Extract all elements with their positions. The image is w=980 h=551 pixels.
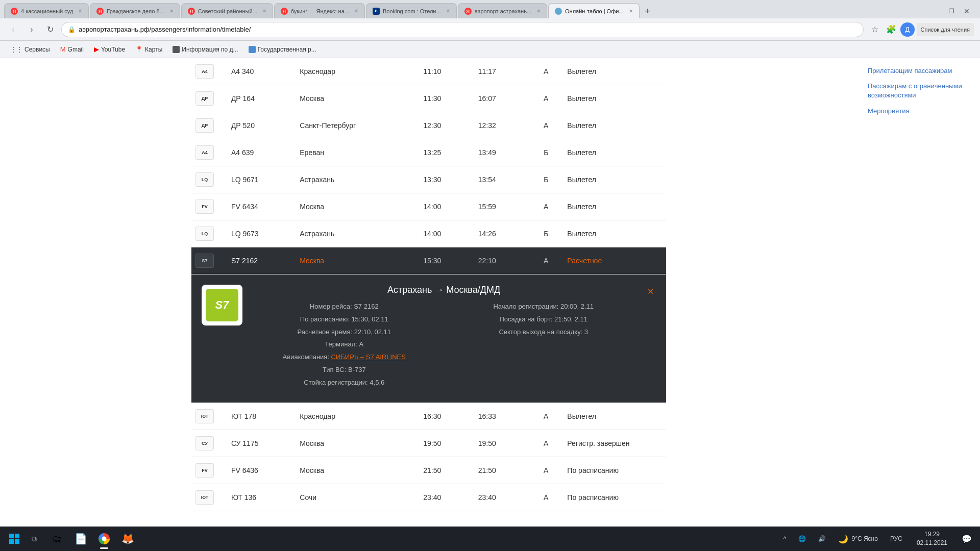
- destination-cell: Ереван: [296, 139, 419, 166]
- systray-chevron[interactable]: ^: [779, 535, 791, 542]
- chrome-icon: [99, 533, 110, 544]
- back-button[interactable]: ‹: [6, 22, 20, 37]
- bookmark-servisy[interactable]: ⋮⋮ Сервисы: [6, 44, 54, 55]
- tab-kassacionny[interactable]: Я 4 кассационный суд ✕: [4, 3, 89, 18]
- scheduled-time-cell: 14:00: [419, 220, 474, 247]
- actual-time-cell: 13:54: [474, 166, 529, 193]
- minimize-button[interactable]: —: [929, 4, 943, 18]
- tab-close-4[interactable]: ✕: [354, 8, 358, 14]
- sidebar-link-disabled[interactable]: Пассажирам с ограниченными возможностями: [868, 82, 970, 100]
- browser-frame: Я 4 кассационный суд ✕ Я Гражданское дел…: [0, 0, 980, 551]
- scheduled-time-cell: 13:30: [419, 166, 474, 193]
- airline-logo: S7: [195, 254, 214, 268]
- airline-link[interactable]: СИБИРЬ – S7 AIRLINES: [331, 353, 406, 361]
- tab-online-board[interactable]: Онлайн-табло | Офи... ✕: [548, 3, 639, 18]
- new-tab-button[interactable]: +: [641, 4, 655, 18]
- language-indicator[interactable]: РУС: [886, 535, 906, 542]
- scheduled-info: По расписанию: 15:30, 02.11: [255, 314, 434, 325]
- tab-grazhdanskoe[interactable]: Я Гражданское дело 8... ✕: [90, 3, 180, 18]
- lock-icon: 🔒: [68, 26, 76, 33]
- tab-buking[interactable]: Я букинг — Яндекс: на... ✕: [274, 3, 365, 18]
- terminal-info: Терминал: А: [255, 339, 434, 350]
- scheduled-time-cell: 12:30: [419, 112, 474, 139]
- taskbar-pinned: 🗂 📄 🦊: [44, 528, 141, 550]
- tab-booking[interactable]: B Booking.com : Отели... ✕: [366, 3, 457, 18]
- systray-network[interactable]: 🌐: [794, 535, 810, 542]
- flight-row-6[interactable]: LQ LQ 9673 Астрахань 14:00 14:26 Б Вылет…: [191, 220, 666, 247]
- flight-row-7[interactable]: S7 S7 2162 Москва 15:30 22:10 А Расчетно…: [191, 247, 666, 274]
- status-cell: Вылетел: [563, 58, 666, 85]
- bookmark-state[interactable]: Государственная р...: [244, 44, 321, 55]
- tab-sovetsky[interactable]: Я Советский районный... ✕: [181, 3, 273, 18]
- aircraft-info: Тип ВС: B-737: [255, 365, 434, 375]
- notifications-button[interactable]: 💬: [958, 529, 976, 549]
- destination-cell: Астрахань: [296, 220, 419, 247]
- airline-logo: СУ: [195, 436, 214, 450]
- bookmark-youtube[interactable]: ▶ YouTube: [90, 44, 129, 55]
- pinned-office[interactable]: 📄: [69, 528, 92, 550]
- terminal-label: Терминал:: [325, 340, 357, 348]
- flight-row-2[interactable]: ДР ДР 520 Санкт-Петербург 12:30 12:32 А …: [191, 112, 666, 139]
- tab-close-6[interactable]: ✕: [536, 8, 541, 14]
- actual-time-cell: 22:10: [474, 247, 529, 274]
- tab-close-5[interactable]: ✕: [446, 8, 450, 14]
- weather-widget[interactable]: 🌙 9°С Ясно: [834, 534, 881, 544]
- airline-logo: FV: [195, 199, 214, 214]
- restore-button[interactable]: ❐: [944, 4, 959, 18]
- flight-row-1[interactable]: ДР ДР 164 Москва 11:30 16:07 А Вылетел: [191, 85, 666, 112]
- flight-row-9[interactable]: СУ СУ 1175 Москва 19:50 19:50 А Регистр.…: [191, 430, 666, 457]
- expanded-close-button[interactable]: ✕: [645, 285, 656, 298]
- sidebar-link-events[interactable]: Мероприятия: [868, 107, 970, 116]
- terminal-cell: Б: [529, 139, 563, 166]
- extensions-button[interactable]: 🧩: [884, 22, 898, 37]
- bookmark-grid-icon: ⋮⋮: [10, 46, 22, 53]
- tab-airport[interactable]: Я аэропорт астрахань... ✕: [458, 3, 547, 18]
- status-cell: Вылетел: [563, 193, 666, 220]
- airline-logo-cell: LQ: [191, 220, 227, 247]
- refresh-button[interactable]: ↻: [43, 22, 57, 37]
- tab-close-2[interactable]: ✕: [169, 8, 174, 14]
- airline-logo-cell: ЮТ: [191, 484, 227, 511]
- airline-logo: ДР: [195, 118, 214, 133]
- address-bar[interactable]: 🔒 аэропортастрахань.рф/passengers/inform…: [61, 22, 864, 37]
- flight-number-info: Номер рейса: S7 2162: [255, 302, 434, 312]
- destination-cell: Краснодар: [296, 403, 419, 430]
- bookmark-maps[interactable]: 📍 Карты: [131, 44, 166, 55]
- systray-sound[interactable]: 🔊: [814, 535, 830, 542]
- pinned-file-explorer[interactable]: 🗂: [46, 528, 68, 550]
- airline-logo: А4: [195, 64, 214, 79]
- status-cell: Вылетел: [563, 166, 666, 193]
- status-cell: Регистр. завершен: [563, 430, 666, 457]
- flight-row-4[interactable]: LQ LQ 9671 Астрахань 13:30 13:54 Б Вылет…: [191, 166, 666, 193]
- pinned-firefox[interactable]: 🦊: [116, 528, 139, 550]
- tab-close-1[interactable]: ✕: [78, 8, 82, 14]
- reading-list-button[interactable]: Список для чтения: [917, 23, 974, 36]
- taskview-button[interactable]: ⧉: [27, 529, 42, 549]
- profile-button[interactable]: Д: [900, 22, 915, 37]
- clock-widget[interactable]: 19:29 02.11.2021: [911, 530, 953, 547]
- flight-row-11[interactable]: ЮТ ЮТ 136 Сочи 23:40 23:40 А По расписан…: [191, 484, 666, 511]
- flight-row-8[interactable]: ЮТ ЮТ 178 Краснодар 16:30 16:33 А Вылете…: [191, 403, 666, 430]
- tab-close-3[interactable]: ✕: [262, 8, 266, 14]
- bookmark-info[interactable]: Информация по д...: [168, 44, 242, 55]
- tab-label-7: Онлайн-табло | Офи...: [565, 8, 623, 14]
- flight-row-10[interactable]: FV FV 6436 Москва 21:50 21:50 А По распи…: [191, 457, 666, 484]
- close-button[interactable]: ✕: [960, 4, 974, 18]
- forward-button[interactable]: ›: [24, 22, 39, 37]
- actual-time-cell: 15:59: [474, 193, 529, 220]
- pinned-chrome[interactable]: [93, 528, 115, 550]
- status-cell: Вылетел: [563, 139, 666, 166]
- destination-cell: Москва: [296, 85, 419, 112]
- flight-row-0[interactable]: А4 А4 340 Краснодар 11:10 11:17 А Вылете…: [191, 58, 666, 85]
- sidebar-link-arriving[interactable]: Прилетающим пассажирам: [868, 66, 970, 76]
- youtube-icon: ▶: [94, 45, 99, 53]
- tab-close-7[interactable]: ✕: [629, 8, 633, 14]
- airline-logo: LQ: [195, 227, 214, 241]
- destination-cell: Санкт-Петербург: [296, 112, 419, 139]
- flight-row-5[interactable]: FV FV 6434 Москва 14:00 15:59 А Вылетел: [191, 193, 666, 220]
- scheduled-time-cell: 19:50: [419, 430, 474, 457]
- start-button[interactable]: [4, 529, 24, 549]
- flight-row-3[interactable]: А4 А4 639 Ереван 13:25 13:49 Б Вылетел: [191, 139, 666, 166]
- bookmark-star-button[interactable]: ☆: [868, 22, 882, 37]
- bookmark-gmail[interactable]: M Gmail: [56, 44, 88, 55]
